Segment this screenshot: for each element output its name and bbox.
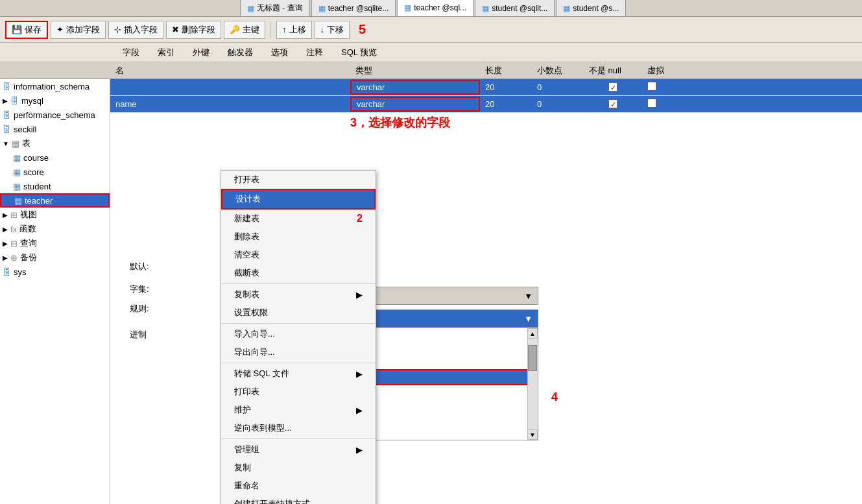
expand-icon: ▶	[3, 240, 8, 247]
table-icon: ▦	[13, 167, 21, 177]
separator	[270, 22, 271, 38]
backup-icon: ⊕	[10, 253, 18, 263]
sidebar-section-queries[interactable]: ▶ ⊟ 查询	[0, 236, 110, 250]
menu-item-truncate-table[interactable]: 截断表	[221, 264, 376, 282]
tab-query[interactable]: ▦ 无标题 - 查询	[240, 0, 310, 16]
table-row[interactable]: varchar 20 0 ✓	[110, 79, 862, 96]
context-menu: 打开表 设计表 新建表 2 删除表 清空表 截断表 复制表 ▶ 设置权限 导入向…	[221, 170, 376, 504]
sub-tab-foreign-key[interactable]: 外键	[184, 45, 218, 60]
menu-item-new-table[interactable]: 新建表 2	[221, 210, 376, 228]
menu-item-dump-sql[interactable]: 转储 SQL 文件 ▶	[221, 365, 376, 383]
menu-item-print-table[interactable]: 打印表	[221, 383, 376, 401]
add-field-button[interactable]: ✦ 添加字段	[51, 21, 106, 39]
tab-student2[interactable]: ▦ student @s...	[556, 0, 626, 16]
menu-item-import[interactable]: 导入向导...	[221, 325, 376, 343]
tab-student1[interactable]: ▦ student @sqlit...	[475, 0, 555, 16]
menu-item-reverse-model[interactable]: 逆向表到模型...	[221, 419, 376, 437]
delete-icon: ✖	[172, 25, 179, 34]
scroll-up-button[interactable]: ▲	[527, 328, 538, 339]
row1-name	[110, 86, 350, 89]
tab-teacher2[interactable]: ▦ teacher @sql...	[397, 0, 473, 16]
expand-icon: ▶	[3, 211, 8, 219]
save-button[interactable]: 💾 保存	[5, 21, 48, 39]
sidebar-item-course[interactable]: ▦ course	[0, 150, 110, 165]
header-name: 名	[110, 64, 350, 78]
insert-field-button[interactable]: ⊹ 插入字段	[108, 21, 163, 39]
view-icon: ⊞	[10, 210, 18, 220]
sub-tab-options[interactable]: 选项	[263, 45, 296, 60]
menu-item-clear-table[interactable]: 清空表	[221, 246, 376, 264]
menu-item-maintenance[interactable]: 维护 ▶	[221, 401, 376, 419]
sidebar-item-seckill[interactable]: 🗄 seckill	[0, 122, 110, 136]
sidebar-item-teacher[interactable]: ▦ teacher	[0, 193, 110, 208]
sidebar-section-functions[interactable]: ▶ fx 函数	[0, 222, 110, 236]
menu-item-create-shortcut[interactable]: 创建打开表快捷方式...	[221, 495, 376, 504]
sidebar-item-information-schema[interactable]: 🗄 information_schema	[0, 79, 110, 93]
menu-item-manage-group[interactable]: 管理组 ▶	[221, 440, 376, 459]
move-down-button[interactable]: ↓ 下移	[315, 21, 350, 39]
scroll-down-button[interactable]: ▼	[527, 429, 538, 440]
sub-tab-sql[interactable]: SQL 预览	[333, 45, 385, 60]
scrollbar-thumb[interactable]	[528, 345, 537, 371]
func-icon: fx	[10, 224, 17, 234]
menu-item-rename[interactable]: 重命名	[221, 477, 376, 495]
sidebar-item-score[interactable]: ▦ score	[0, 165, 110, 179]
menu-item-open-table[interactable]: 打开表	[221, 171, 376, 189]
dropdown-arrow-icon: ▼	[524, 291, 533, 301]
submenu-arrow-icon4: ▶	[356, 445, 363, 455]
toolbar: 💾 保存 ✦ 添加字段 ⊹ 插入字段 ✖ 删除字段 🔑 主键 ↑ 上移 ↓ 下移…	[0, 17, 862, 43]
content-area: varchar 20 0 ✓ name varchar 20 0 ✓ 3，选择修…	[110, 79, 862, 504]
sidebar-item-student[interactable]: ▦ student	[0, 179, 110, 193]
table-icon: ▦	[13, 153, 21, 163]
sub-toolbar: 字段 索引 外键 触发器 选项 注释 SQL 预览	[0, 43, 862, 62]
row2-length: 20	[480, 98, 532, 110]
header-not-null: 不是 null	[584, 64, 642, 78]
menu-item-set-permissions[interactable]: 设置权限	[221, 304, 376, 322]
label-default: 默认:	[130, 261, 149, 272]
expand-icon: ▶	[3, 254, 8, 261]
table-icon: ▦	[404, 3, 411, 12]
label-charset: 字集:	[130, 283, 149, 295]
expand-icon: ▶	[3, 97, 8, 104]
sub-tab-index[interactable]: 索引	[149, 45, 183, 60]
sidebar: 🗄 information_schema ▶ 🗄 mysql 🗄 perform…	[0, 79, 110, 504]
sidebar-item-performance-schema[interactable]: 🗄 performance_schema	[0, 108, 110, 122]
menu-item-delete-table[interactable]: 删除表	[221, 228, 376, 246]
step3-annotation: 3，选择修改的字段	[350, 115, 450, 130]
table-icon: ▦	[14, 196, 22, 206]
save-icon: 💾	[12, 25, 22, 34]
sub-tab-fields[interactable]: 字段	[114, 45, 148, 60]
menu-divider3	[221, 363, 376, 363]
menu-item-copy-table[interactable]: 复制表 ▶	[221, 285, 376, 304]
row2-name: name	[110, 98, 350, 110]
scrollbar-track	[527, 339, 538, 429]
sidebar-section-tables[interactable]: ▼ ▦ 表	[0, 136, 110, 150]
table-row[interactable]: name varchar 20 0 ✓	[110, 96, 862, 113]
step2-annotation: 2	[357, 213, 363, 224]
sidebar-section-views[interactable]: ▶ ⊞ 视图	[0, 208, 110, 222]
primary-key-button[interactable]: 🔑 主键	[224, 21, 265, 39]
row2-decimal: 0	[532, 98, 584, 110]
db-icon: 🗄	[10, 96, 19, 106]
sub-tab-trigger[interactable]: 触发器	[219, 45, 261, 60]
sidebar-section-backup[interactable]: ▶ ⊕ 备份	[0, 250, 110, 265]
add-icon: ✦	[56, 25, 64, 34]
submenu-arrow-icon: ▶	[356, 290, 363, 300]
key-icon: 🔑	[230, 25, 240, 34]
table-column-headers: 名 类型 长度 小数点 不是 null 虚拟	[0, 62, 862, 79]
table-icon: ▦	[482, 4, 489, 13]
move-up-button[interactable]: ↑ 上移	[276, 21, 312, 39]
main-layout: 🗄 information_schema ▶ 🗄 mysql 🗄 perform…	[0, 79, 862, 504]
step4-annotation: 4	[551, 390, 558, 404]
tab-teacher1[interactable]: ▦ teacher @sqlite...	[311, 0, 396, 16]
menu-item-export[interactable]: 导出向导...	[221, 343, 376, 361]
sidebar-item-sys[interactable]: 🗄 sys	[0, 265, 110, 279]
sidebar-item-mysql[interactable]: ▶ 🗄 mysql	[0, 93, 110, 108]
insert-icon: ⊹	[114, 25, 121, 34]
menu-item-design-table[interactable]: 设计表	[221, 189, 376, 210]
delete-field-button[interactable]: ✖ 删除字段	[166, 21, 221, 39]
expand-icon: ▶	[3, 226, 8, 233]
menu-item-copy[interactable]: 复制	[221, 459, 376, 477]
sub-tab-comment[interactable]: 注释	[298, 45, 331, 60]
header-type: 类型	[350, 64, 480, 78]
